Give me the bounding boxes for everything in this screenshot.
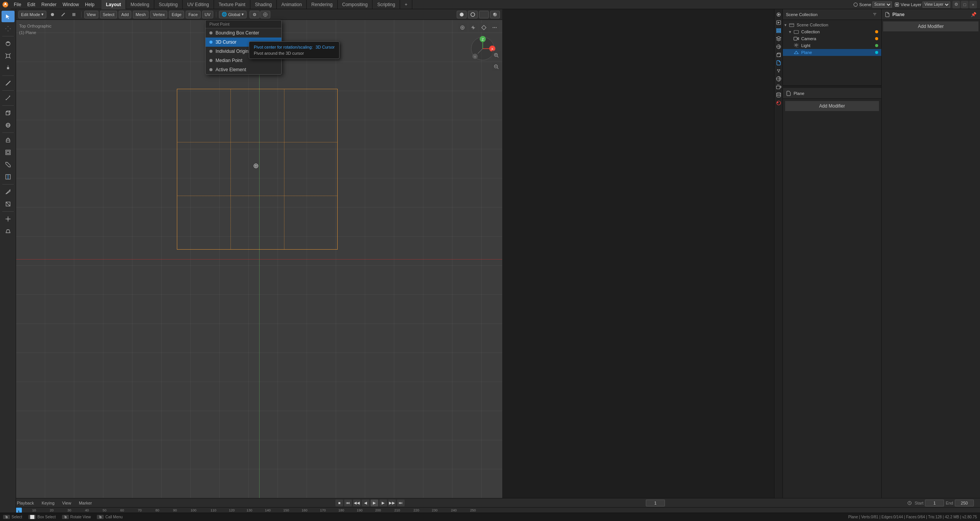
outliner-plane[interactable]: Plane <box>783 49 881 56</box>
tool-measure[interactable] <box>2 92 15 104</box>
viewport-shading-wireframe[interactable] <box>468 11 478 18</box>
outliner-scene-collection[interactable]: ▾ Scene Collection <box>783 21 881 28</box>
add-menu[interactable]: Add <box>119 11 132 18</box>
tab-uv-editing[interactable]: UV Editing <box>183 0 214 9</box>
tool-inset[interactable] <box>2 147 15 158</box>
keying-btn[interactable]: Keying <box>39 500 57 506</box>
prop-icon-scene[interactable] <box>775 35 782 42</box>
tab-sculpting[interactable]: Sculpting <box>154 0 183 9</box>
tool-scale[interactable] <box>2 50 15 62</box>
menu-file[interactable]: File <box>11 0 24 9</box>
mode-toggle-face[interactable] <box>69 11 78 18</box>
pivot-active-element[interactable]: Active Element <box>206 65 281 74</box>
prev-frame-btn[interactable]: ◀◀ <box>353 500 361 506</box>
next-frame-btn[interactable]: ▶▶ <box>388 500 396 506</box>
play-btn[interactable]: ▶ <box>371 500 378 506</box>
tab-texture-paint[interactable]: Texture Paint <box>214 0 250 9</box>
zoom-out-btn[interactable] <box>492 62 501 71</box>
menu-help[interactable]: Help <box>82 0 98 9</box>
tool-rotate[interactable] <box>2 38 15 49</box>
face-menu[interactable]: Face <box>186 11 200 18</box>
tool-add-mesh[interactable] <box>2 119 15 131</box>
prop-icon-physics[interactable] <box>775 75 782 83</box>
tool-annotate[interactable] <box>2 77 15 89</box>
view-layer-selector[interactable]: View Layer <box>923 2 950 8</box>
jump-start-btn[interactable]: ⏮ <box>344 500 352 506</box>
prev-keyframe-btn[interactable]: ◀ <box>362 500 369 506</box>
timing-icon[interactable] <box>906 500 913 506</box>
tool-knife[interactable] <box>2 186 15 198</box>
viewport-shading-rendered[interactable] <box>490 11 500 18</box>
vertex-menu[interactable]: Vertex <box>150 11 167 18</box>
tool-move[interactable] <box>2 23 15 34</box>
tab-scripting[interactable]: Scripting <box>372 0 400 9</box>
tab-layout[interactable]: Layout <box>101 0 126 9</box>
menu-render[interactable]: Render <box>38 0 59 9</box>
marker-btn[interactable]: Marker <box>77 500 94 506</box>
transform-orientation[interactable]: 🌐 Global ▾ <box>219 11 247 18</box>
prop-icon-render[interactable] <box>775 11 782 18</box>
viewport-snap-btn[interactable] <box>479 23 488 32</box>
tab-add[interactable]: + <box>400 0 412 9</box>
pivot-bounding-box[interactable]: Bounding Box Center <box>206 28 281 38</box>
proportional-btn[interactable] <box>260 11 270 18</box>
scene-selector[interactable]: Scene <box>872 2 892 8</box>
tool-add-cube[interactable] <box>2 107 15 119</box>
uv-menu[interactable]: UV <box>202 11 213 18</box>
prop-icon-constraints[interactable] <box>775 83 782 91</box>
current-frame-input[interactable] <box>646 500 665 506</box>
prop-icon-output[interactable] <box>775 19 782 26</box>
menu-window[interactable]: Window <box>59 0 82 9</box>
tool-cursor[interactable] <box>2 11 15 22</box>
icon-btn-1[interactable]: ⚙ <box>952 1 960 8</box>
select-menu[interactable]: Select <box>100 11 117 18</box>
tool-bevel[interactable] <box>2 159 15 170</box>
start-frame-input[interactable]: 1 <box>925 500 944 506</box>
mode-toggle-vertex[interactable] <box>48 11 57 18</box>
prop-icon-particles[interactable] <box>775 67 782 75</box>
playback-btn[interactable]: Playback <box>15 500 36 506</box>
tab-rendering[interactable]: Rendering <box>307 0 337 9</box>
menu-edit[interactable]: Edit <box>24 0 38 9</box>
tool-grab[interactable] <box>2 213 15 225</box>
add-modifier-button[interactable]: Add Modifier <box>883 21 978 31</box>
outliner-filter-btn[interactable] <box>871 11 878 18</box>
outliner-camera[interactable]: Camera <box>783 35 881 42</box>
outliner-light[interactable]: Light <box>783 42 881 49</box>
viewport-gizmo-btn[interactable] <box>469 23 478 32</box>
end-frame-input[interactable]: 250 <box>955 500 974 506</box>
icon-btn-3[interactable]: × <box>969 1 977 8</box>
tab-modeling[interactable]: Modeling <box>126 0 154 9</box>
prop-icon-material[interactable] <box>775 99 782 107</box>
tab-shading[interactable]: Shading <box>250 0 277 9</box>
prop-icon-data[interactable] <box>775 91 782 99</box>
prop-icon-object[interactable] <box>775 51 782 59</box>
tool-bisect[interactable] <box>2 198 15 210</box>
viewport-shading-material[interactable] <box>479 11 489 18</box>
view-btn[interactable]: View <box>60 500 74 506</box>
tool-transform[interactable] <box>2 62 15 74</box>
mode-selector[interactable]: Edit Mode ▾ <box>18 11 46 18</box>
snap-btn[interactable] <box>250 11 260 18</box>
prop-icon-world[interactable] <box>775 43 782 51</box>
tab-animation[interactable]: Animation <box>277 0 307 9</box>
tool-shear[interactable] <box>2 225 15 237</box>
view-menu[interactable]: View <box>84 11 99 18</box>
prop-icon-modifier[interactable] <box>775 59 782 67</box>
outliner-collection[interactable]: ▾ Collection <box>783 28 881 35</box>
zoom-in-btn[interactable] <box>492 51 501 60</box>
tab-compositing[interactable]: Compositing <box>338 0 373 9</box>
viewport-overlay-btn[interactable] <box>458 23 467 32</box>
viewport-3d[interactable]: Top Orthographic (1) Plane Z X <box>16 20 502 498</box>
properties-pin-btn[interactable]: 📌 <box>970 11 977 18</box>
icon-btn-2[interactable]: □ <box>961 1 969 8</box>
mesh-menu[interactable]: Mesh <box>133 11 149 18</box>
stop-btn[interactable]: ■ <box>335 500 343 506</box>
edge-menu[interactable]: Edge <box>169 11 184 18</box>
prop-icon-view-layer[interactable] <box>775 27 782 34</box>
tool-loopcut[interactable] <box>2 171 15 183</box>
jump-end-btn[interactable]: ⏭ <box>397 500 405 506</box>
next-keyframe-btn[interactable]: ▶ <box>379 500 387 506</box>
tool-extrude[interactable] <box>2 134 15 146</box>
mode-toggle-edge[interactable] <box>59 11 68 18</box>
